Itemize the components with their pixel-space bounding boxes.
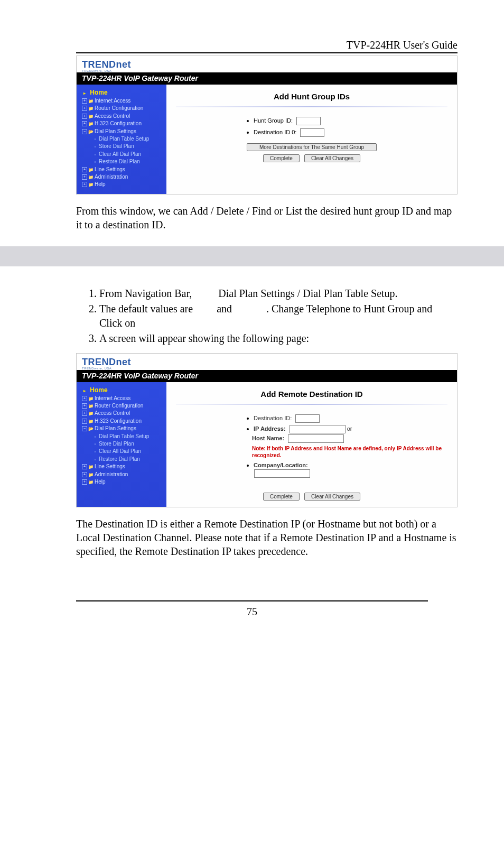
nav-home[interactable]: ▸ Home	[82, 386, 164, 394]
folder-icon: 📁	[88, 419, 94, 424]
expand-icon: +	[82, 114, 87, 119]
nav-item-router-config[interactable]: +📁Router Configuration	[82, 105, 164, 112]
logo-area: TRENDnet TRENDware, USA	[77, 354, 457, 370]
nav-label: Administration	[95, 174, 128, 180]
grey-band	[0, 246, 504, 266]
label-destination-id: Destination ID:	[254, 415, 292, 421]
expand-icon: +	[82, 479, 87, 485]
nav-label: Access Control	[95, 113, 130, 119]
nav-home[interactable]: ▸ Home	[82, 89, 164, 96]
nav-item-access-control[interactable]: +📁Access Control	[82, 113, 164, 119]
more-destinations-button[interactable]: More Destinations for The Same Hunt Grou…	[247, 143, 377, 151]
row-actions: Complete Clear All Changes	[173, 154, 451, 162]
input-destination-id[interactable]	[300, 128, 324, 137]
panel-title: Add Remote Destination ID	[173, 390, 451, 399]
nav-item-help[interactable]: +📁Help	[82, 181, 164, 188]
expand-icon: +	[82, 419, 87, 424]
input-host-name[interactable]	[288, 434, 344, 443]
expand-icon: +	[82, 98, 87, 104]
expand-icon: +	[82, 472, 87, 477]
nav-item-h323[interactable]: +📁H.323 Configuration	[82, 418, 164, 424]
page-number: 75	[43, 606, 461, 618]
folder-icon: 📁	[88, 480, 94, 485]
nav-sub-restore[interactable]: ▫Restore Dial Plan	[92, 456, 164, 462]
input-ip-address[interactable]	[290, 425, 346, 433]
complete-button[interactable]: Complete	[263, 154, 300, 162]
nav-label: Router Configuration	[95, 403, 143, 409]
nav-sub-dial-plan-table[interactable]: ▫Dial Plan Table Setup	[92, 135, 164, 142]
expand-icon: +	[82, 403, 87, 409]
page-header: TVP-224HR User's Guide	[76, 39, 458, 53]
main-panel: Add Remote Destination ID Destination ID…	[166, 382, 457, 507]
step-2-pre: The default values are	[99, 303, 193, 314]
paragraph-2: The Destination ID is either a Remote De…	[76, 517, 458, 558]
folder-icon: 📁	[88, 175, 94, 180]
clear-all-button[interactable]: Clear All Changes	[304, 154, 360, 162]
row-hunt-group-id: Hunt Group ID:	[173, 117, 451, 125]
row-ip-address: IP Address: or Host Name:	[173, 425, 451, 443]
nav-label: H.323 Configuration	[95, 121, 142, 126]
clear-all-button[interactable]: Clear All Changes	[304, 493, 360, 501]
nav-sub-clear-all[interactable]: ▫Clear All Dial Plan	[92, 151, 164, 158]
nav-sub-store[interactable]: ▫Store Dial Plan	[92, 143, 164, 150]
row-destination-id: Destination ID:	[173, 414, 451, 423]
note-text: Note: If both IP Address and Host Name a…	[252, 445, 451, 459]
brand-logo: TRENDnet TRENDware, USA	[82, 59, 452, 72]
nav-item-router-config[interactable]: +📁Router Configuration	[82, 402, 164, 409]
nav-label: Help	[95, 181, 106, 187]
nav-item-internet-access[interactable]: +📁Internet Access	[82, 395, 164, 402]
input-company-location[interactable]	[254, 469, 310, 478]
nav-label: Clear All Dial Plan	[99, 448, 141, 454]
nav-item-dial-plan[interactable]: −📂Dial Plan Settings	[82, 128, 164, 135]
expand-icon: +	[82, 411, 87, 416]
header-title: TVP-224HR User's Guide	[347, 39, 458, 51]
page-icon: ▫	[92, 434, 98, 440]
expand-icon: +	[82, 182, 87, 187]
nav-sidebar: ▸ Home +📁Internet Access +📁Router Config…	[77, 85, 166, 194]
home-icon: ▸	[82, 91, 87, 96]
nav-item-line-settings[interactable]: +📁Line Settings	[82, 463, 164, 470]
nav-label: Store Dial Plan	[99, 143, 134, 149]
brand-name: TRENDnet	[82, 59, 131, 70]
nav-item-administration[interactable]: +📁Administration	[82, 173, 164, 180]
nav-item-access-control[interactable]: +📁Access Control	[82, 410, 164, 416]
page-icon: ▫	[92, 442, 98, 447]
nav-label: Dial Plan Settings	[95, 128, 136, 134]
folder-icon: 📁	[88, 411, 94, 416]
nav-item-internet-access[interactable]: +📁Internet Access	[82, 97, 164, 104]
bullet-icon	[247, 428, 249, 430]
nav-sidebar: ▸ Home +📁Internet Access +📁Router Config…	[77, 382, 166, 507]
folder-icon: 📁	[88, 168, 94, 173]
folder-icon: 📁	[88, 114, 94, 119]
expand-icon: +	[82, 106, 87, 111]
folder-icon: 📁	[88, 99, 94, 104]
label-ip-address: IP Address:	[254, 425, 286, 432]
nav-sub-clear-all[interactable]: ▫Clear All Dial Plan	[92, 448, 164, 455]
input-destination-id[interactable]	[295, 414, 320, 423]
row-company-location: Company/Location:	[173, 462, 451, 478]
nav-sub-dial-plan-table[interactable]: ▫Dial Plan Table Setup	[92, 433, 164, 440]
input-hunt-group-id[interactable]	[296, 117, 321, 125]
expand-icon: +	[82, 174, 87, 180]
nav-item-dial-plan[interactable]: −📂Dial Plan Settings	[82, 425, 164, 432]
bullet-icon	[247, 120, 249, 122]
label-hunt-group-id: Hunt Group ID:	[254, 117, 293, 124]
step-1-pre: From Navigation Bar,	[99, 288, 192, 299]
brand-name: TRENDnet	[82, 357, 131, 367]
paragraph-1: From this window, we can Add / Delete / …	[76, 204, 458, 231]
complete-button[interactable]: Complete	[263, 493, 300, 501]
expand-icon: +	[82, 121, 87, 126]
nav-item-h323[interactable]: +📁H.323 Configuration	[82, 120, 164, 127]
step-3: A screen will appear showing the followi…	[99, 331, 458, 346]
nav-item-administration[interactable]: +📁Administration	[82, 471, 164, 478]
steps-list: From Navigation Bar, Dial Plan Settings …	[76, 286, 458, 346]
folder-icon: 📁	[88, 473, 94, 478]
product-title-bar: TVP-224HR VoIP Gateway Router	[77, 370, 457, 382]
nav-label: Clear All Dial Plan	[99, 151, 141, 157]
nav-sub-restore[interactable]: ▫Restore Dial Plan	[92, 158, 164, 165]
nav-sub-store[interactable]: ▫Store Dial Plan	[92, 440, 164, 447]
nav-home-label: Home	[90, 89, 107, 96]
nav-item-line-settings[interactable]: +📁Line Settings	[82, 166, 164, 173]
nav-item-help[interactable]: +📁Help	[82, 478, 164, 485]
router-screenshot-2: TRENDnet TRENDware, USA TVP-224HR VoIP G…	[76, 353, 458, 507]
